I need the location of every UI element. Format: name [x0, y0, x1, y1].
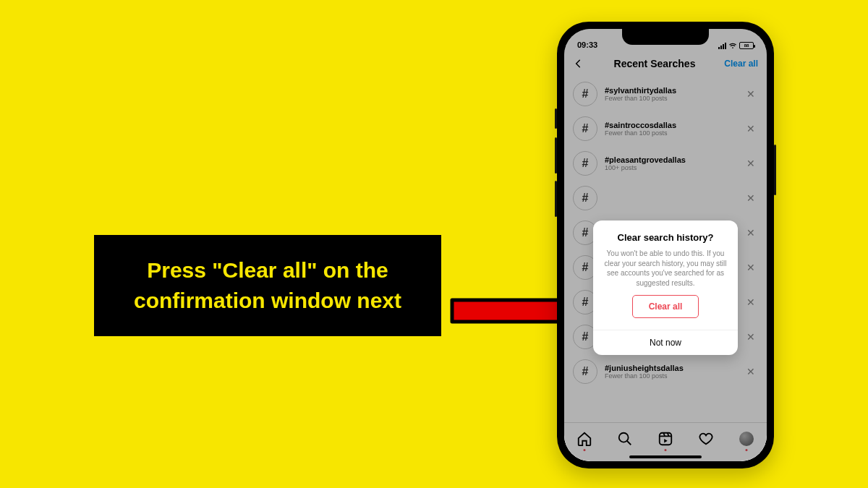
dialog-title: Clear search history? — [603, 232, 728, 243]
confirm-dialog: Clear search history? You won't be able … — [593, 221, 738, 355]
phone-screen: 09:33 88 Recent Searches Clear all # #sy… — [564, 29, 767, 461]
phone-notch — [622, 29, 709, 45]
instruction-caption: Press "Clear all" on the confirmation wi… — [94, 235, 441, 336]
clear-all-button[interactable]: Clear all — [632, 295, 699, 318]
phone-mockup: 09:33 88 Recent Searches Clear all # #sy… — [557, 22, 774, 468]
clear-all-label: Clear all — [633, 301, 698, 312]
not-now-button[interactable]: Not now — [593, 330, 738, 355]
dialog-message: You won't be able to undo this. If you c… — [603, 249, 728, 288]
